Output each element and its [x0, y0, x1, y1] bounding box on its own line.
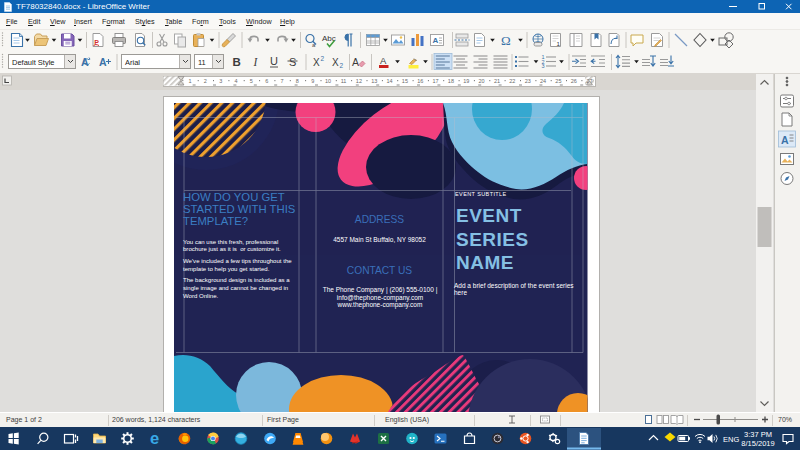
svg-text:ENG: ENG — [723, 435, 739, 444]
svg-text:19: 19 — [463, 78, 469, 84]
svg-text:15: 15 — [402, 78, 408, 84]
svg-text:5: 5 — [250, 78, 253, 84]
svg-text:3:37 PM: 3:37 PM — [744, 430, 772, 439]
svg-text:X: X — [313, 57, 320, 68]
svg-text:2: 2 — [340, 62, 344, 69]
svg-text:3: 3 — [219, 78, 222, 84]
svg-text:20: 20 — [479, 78, 485, 84]
svg-text:I: I — [253, 56, 259, 68]
svg-text:13: 13 — [371, 78, 377, 84]
svg-text:4: 4 — [235, 78, 238, 84]
svg-text:7: 7 — [281, 78, 284, 84]
svg-text:A: A — [352, 56, 359, 68]
svg-text:e: e — [150, 429, 159, 447]
svg-text:2: 2 — [204, 78, 207, 84]
svg-text:6: 6 — [265, 78, 268, 84]
svg-text:A: A — [81, 56, 89, 68]
svg-text:A: A — [380, 55, 387, 66]
svg-text:Ω: Ω — [501, 33, 511, 48]
svg-text:17: 17 — [433, 78, 439, 84]
svg-text:B: B — [233, 56, 241, 68]
svg-text:23: 23 — [525, 78, 531, 84]
svg-text:10: 10 — [325, 78, 331, 84]
svg-text:A: A — [99, 56, 107, 68]
svg-text:12: 12 — [356, 78, 362, 84]
svg-text:1: 1 — [188, 78, 191, 84]
svg-text:2: 2 — [321, 55, 325, 62]
svg-text:22: 22 — [509, 78, 515, 84]
svg-text:A: A — [433, 36, 439, 45]
svg-text:14: 14 — [386, 78, 392, 84]
svg-text:11: 11 — [341, 78, 347, 84]
svg-text:8: 8 — [296, 78, 299, 84]
svg-text:18: 18 — [448, 78, 454, 84]
svg-text:9: 9 — [311, 78, 314, 84]
svg-text:25: 25 — [555, 78, 561, 84]
svg-text:16: 16 — [417, 78, 423, 84]
svg-text:X: X — [332, 57, 339, 68]
svg-text:3: 3 — [542, 63, 545, 69]
svg-text:A: A — [781, 134, 789, 146]
svg-text:26: 26 — [571, 78, 577, 84]
svg-text:U: U — [270, 55, 278, 67]
svg-text:8/15/2019: 8/15/2019 — [741, 439, 774, 448]
svg-text:21: 21 — [494, 78, 500, 84]
svg-text:24: 24 — [540, 78, 546, 84]
svg-text:S: S — [289, 56, 296, 68]
